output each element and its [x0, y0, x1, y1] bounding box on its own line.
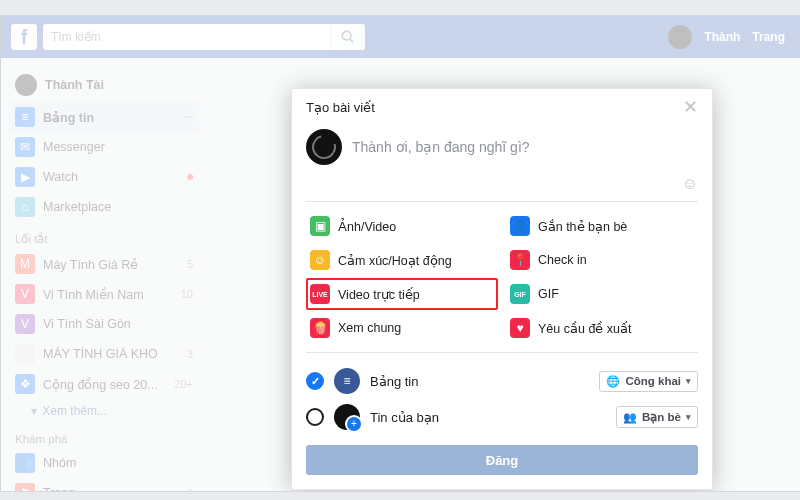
friends-icon: 👥 [623, 411, 637, 424]
modal-title: Tạo bài viết [306, 100, 375, 115]
newsfeed-icon: ≡ [334, 368, 360, 394]
option-icon: ♥ [510, 318, 530, 338]
option-icon: 👤 [510, 216, 530, 236]
option-label: Cảm xúc/Hoạt động [338, 253, 452, 268]
post-option-xem-chung[interactable]: 🍿Xem chung [306, 312, 498, 344]
emoji-picker-icon[interactable]: ☺ [682, 175, 698, 192]
post-button[interactable]: Đăng [306, 445, 698, 475]
audience-story-row[interactable]: + Tin của bạn 👥 Bạn bè ▾ [306, 399, 698, 435]
chevron-down-icon: ▾ [686, 376, 691, 386]
story-label: Tin của bạn [370, 410, 606, 425]
feed-radio-checked-icon[interactable] [306, 372, 324, 390]
story-radio-icon[interactable] [306, 408, 324, 426]
composer-row[interactable]: Thành ơi, bạn đang nghĩ gì? [306, 125, 698, 175]
feed-label: Bảng tin [370, 374, 589, 389]
option-icon: 🍿 [310, 318, 330, 338]
post-option-check-in[interactable]: 📍Check in [506, 244, 698, 276]
option-label: GIF [538, 287, 559, 301]
story-privacy-selector[interactable]: 👥 Bạn bè ▾ [616, 406, 698, 428]
post-option-g-n-th-b-n-b-[interactable]: 👤Gắn thẻ bạn bè [506, 210, 698, 242]
story-avatar-icon: + [334, 404, 360, 430]
audience-section: ≡ Bảng tin 🌐 Công khai ▾ + Tin của bạn 👥… [306, 353, 698, 435]
option-icon: LIVE [310, 284, 330, 304]
app-frame: f Thành Trang Thành Tài ≡Bảng tin···✉Mes… [0, 15, 800, 492]
post-options-grid: ▣Ảnh/Video👤Gắn thẻ bạn bè☺Cảm xúc/Hoạt đ… [306, 201, 698, 353]
chevron-down-icon: ▾ [686, 412, 691, 422]
post-option-gif[interactable]: GIFGIF [506, 278, 698, 310]
option-label: Video trực tiếp [338, 287, 420, 302]
option-label: Xem chung [338, 321, 401, 335]
post-option-y-u-c-u-xu-t[interactable]: ♥Yêu cầu đề xuất [506, 312, 698, 344]
option-icon: 📍 [510, 250, 530, 270]
option-label: Ảnh/Video [338, 219, 396, 234]
close-icon[interactable]: ✕ [683, 96, 698, 118]
option-icon: ☺ [310, 250, 330, 270]
create-post-modal: Tạo bài viết ✕ Thành ơi, bạn đang nghĩ g… [291, 88, 713, 490]
post-option--nh-video[interactable]: ▣Ảnh/Video [306, 210, 498, 242]
option-icon: ▣ [310, 216, 330, 236]
option-icon: GIF [510, 284, 530, 304]
post-option-c-m-x-c-ho-t-ng[interactable]: ☺Cảm xúc/Hoạt động [306, 244, 498, 276]
option-label: Yêu cầu đề xuất [538, 321, 632, 336]
plus-icon: + [345, 415, 363, 433]
feed-privacy-selector[interactable]: 🌐 Công khai ▾ [599, 371, 698, 392]
composer-avatar-icon [306, 129, 342, 165]
audience-feed-row[interactable]: ≡ Bảng tin 🌐 Công khai ▾ [306, 363, 698, 399]
globe-icon: 🌐 [606, 375, 620, 388]
option-label: Gắn thẻ bạn bè [538, 219, 627, 234]
post-option-video-tr-c-ti-p[interactable]: LIVEVideo trực tiếp [306, 278, 498, 310]
option-label: Check in [538, 253, 587, 267]
composer-placeholder: Thành ơi, bạn đang nghĩ gì? [352, 139, 698, 155]
